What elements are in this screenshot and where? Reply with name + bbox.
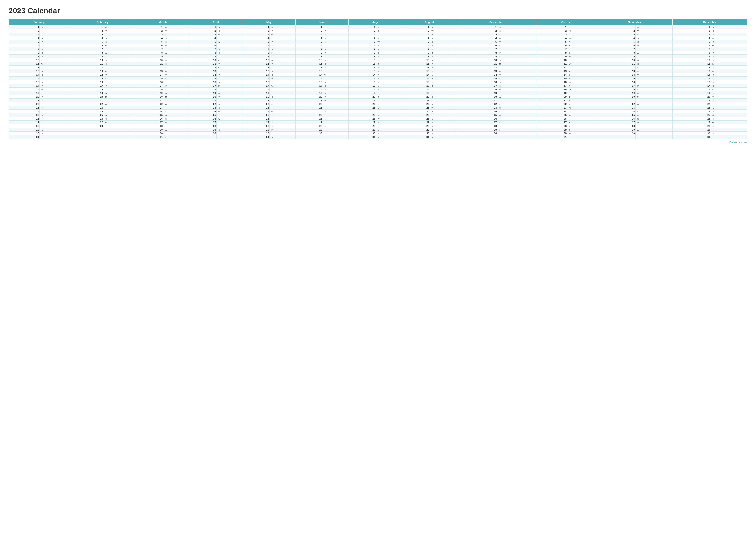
day-number: 29 xyxy=(295,128,323,132)
day-letter: M xyxy=(567,80,597,84)
table-row: 10T10F10F10M10W10S10M10T10S10T10F10S xyxy=(9,58,747,62)
day-number: 21 xyxy=(349,99,376,102)
day-letter: W xyxy=(430,132,457,135)
day-number: 19 xyxy=(295,91,323,95)
day-number: 24 xyxy=(457,110,498,113)
table-row: 1S1W1W1S1M1T1S1T1F1S1W1F xyxy=(9,25,747,29)
day-number: 19 xyxy=(457,91,498,95)
day-number: 13 xyxy=(457,69,498,73)
day-letter: T xyxy=(216,69,242,73)
day-letter: S xyxy=(270,95,296,99)
day-letter: W xyxy=(498,44,536,47)
day-letter: S xyxy=(270,121,296,124)
day-number: 21 xyxy=(69,99,103,102)
day-number: 17 xyxy=(536,84,567,88)
day-letter: S xyxy=(216,55,242,58)
day-letter: F xyxy=(376,124,402,128)
day-number: 12 xyxy=(295,66,323,69)
day-number: 3 xyxy=(9,33,40,37)
day-letter: S xyxy=(711,58,747,62)
day-letter: T xyxy=(163,106,189,110)
day-number: 6 xyxy=(672,44,711,47)
day-number: 27 xyxy=(69,121,103,124)
day-number: 16 xyxy=(242,80,270,84)
day-number: 16 xyxy=(402,80,430,84)
day-letter: S xyxy=(376,25,402,29)
day-number: 1 xyxy=(189,25,216,29)
month-header-september: September xyxy=(457,19,536,25)
day-number: 12 xyxy=(402,66,430,69)
day-letter: S xyxy=(323,113,349,117)
day-number: 31 xyxy=(9,135,40,139)
day-letter: M xyxy=(163,121,189,124)
day-letter: S xyxy=(40,51,69,55)
day-number: 19 xyxy=(597,91,635,95)
day-letter: F xyxy=(40,44,69,47)
day-letter: S xyxy=(163,117,189,121)
day-letter: M xyxy=(635,44,672,47)
table-row: 20F20M20M20T20S20T20T20S20W20F20M20W xyxy=(9,95,747,99)
day-letter: S xyxy=(635,117,672,121)
day-letter: W xyxy=(430,80,457,84)
day-number: 8 xyxy=(349,51,376,55)
day-number: 9 xyxy=(189,55,216,58)
day-number: 12 xyxy=(189,66,216,69)
day-number: 21 xyxy=(536,99,567,102)
day-number: 9 xyxy=(457,55,498,58)
day-letter: S xyxy=(103,62,136,66)
day-number: 19 xyxy=(672,91,711,95)
day-number: 22 xyxy=(69,102,103,106)
day-number: 6 xyxy=(402,44,430,47)
day-number: 18 xyxy=(349,88,376,91)
day-number: 16 xyxy=(9,80,40,84)
day-letter: M xyxy=(270,102,296,106)
day-letter: T xyxy=(430,58,457,62)
day-letter: F xyxy=(270,117,296,121)
day-number: 2 xyxy=(402,29,430,33)
day-number: 8 xyxy=(189,51,216,55)
table-row: 17T17F17F17M17W17S17M17T17S17T17F17S xyxy=(9,84,747,88)
table-row: 24T24F24F24M24W24S24M24T24S24T24F24S xyxy=(9,110,747,113)
day-letter: F xyxy=(635,33,672,37)
table-row: 8S8W8W8S8M8T8S8T8F8S8W8F xyxy=(9,51,747,55)
day-number: 23 xyxy=(9,106,40,110)
day-letter: T xyxy=(103,73,136,77)
day-number: 10 xyxy=(9,58,40,62)
day-letter: S xyxy=(430,66,457,69)
day-number: 25 xyxy=(672,113,711,117)
day-letter: F xyxy=(430,62,457,66)
day-letter: T xyxy=(430,77,457,80)
day-letter: T xyxy=(711,40,747,44)
day-letter: S xyxy=(635,91,672,95)
day-number: 26 xyxy=(295,117,323,121)
day-letter: W xyxy=(567,62,597,66)
day-letter: W xyxy=(376,91,402,95)
day-number: 13 xyxy=(672,69,711,73)
day-letter: M xyxy=(376,58,402,62)
day-number: 13 xyxy=(136,69,163,73)
day-number: 14 xyxy=(672,73,711,77)
day-number: 2 xyxy=(69,29,103,33)
day-number: 6 xyxy=(295,44,323,47)
day-letter: F xyxy=(498,77,536,80)
day-number: 9 xyxy=(536,55,567,58)
day-letter: F xyxy=(163,33,189,37)
day-letter: T xyxy=(376,69,402,73)
day-number: 30 xyxy=(402,132,430,135)
day-letter: S xyxy=(430,95,457,99)
day-number: 9 xyxy=(136,55,163,58)
day-letter: T xyxy=(567,84,597,88)
day-number: 17 xyxy=(349,84,376,88)
day-letter: M xyxy=(711,62,747,66)
day-letter: F xyxy=(270,91,296,95)
day-number: 20 xyxy=(672,95,711,99)
day-letter: F xyxy=(163,135,189,139)
day-letter: S xyxy=(567,77,597,80)
day-letter: W xyxy=(376,40,402,44)
day-letter: F xyxy=(40,121,69,124)
day-number: 5 xyxy=(349,40,376,44)
day-letter: M xyxy=(323,117,349,121)
day-number: 28 xyxy=(597,124,635,128)
day-letter: T xyxy=(163,124,189,128)
day-number: 28 xyxy=(69,124,103,128)
